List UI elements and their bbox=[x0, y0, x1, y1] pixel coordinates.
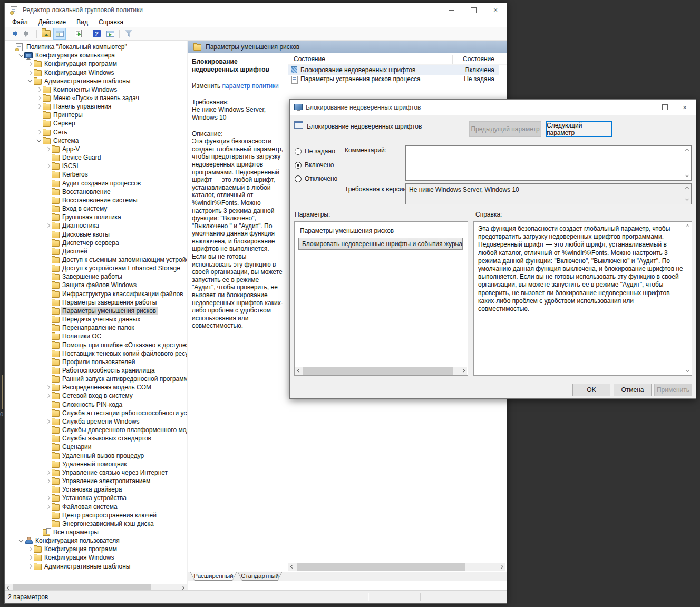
tree-item[interactable]: Инфраструктура классификации файлов bbox=[5, 290, 187, 298]
radio-Не задано[interactable]: Не задано bbox=[295, 148, 335, 155]
toolbar-button-help-icon[interactable]: ? bbox=[90, 28, 103, 40]
tree-item[interactable]: Помощь при ошибке «Отказано в доступе» bbox=[5, 340, 187, 349]
maximize-icon[interactable] bbox=[462, 3, 484, 17]
chevron-collapsed-icon[interactable] bbox=[45, 393, 51, 399]
tree-item[interactable]: Восстановление bbox=[5, 188, 187, 196]
tree-item[interactable]: Установка драйвера bbox=[5, 485, 187, 494]
radio-Отключено[interactable]: Отключено bbox=[295, 175, 337, 182]
tree-item[interactable]: Принтеры bbox=[5, 111, 187, 119]
chevron-collapsed-icon[interactable] bbox=[36, 129, 42, 135]
tree-item[interactable]: Доступ к съемным запоминающим устройства… bbox=[5, 256, 187, 264]
scroll-right-icon[interactable] bbox=[498, 563, 505, 571]
menu-item-Действие[interactable]: Действие bbox=[33, 18, 72, 26]
chevron-collapsed-icon[interactable] bbox=[36, 104, 42, 110]
tree-item[interactable]: Файловая система bbox=[5, 502, 187, 511]
tree-item[interactable]: Сетевой вход в систему bbox=[5, 391, 187, 400]
cancel-button[interactable]: Отмена bbox=[614, 384, 652, 396]
ok-button[interactable]: OK bbox=[572, 384, 610, 396]
radio-unchecked-icon[interactable] bbox=[295, 148, 302, 155]
tree-item[interactable]: Защита файлов Windows bbox=[5, 281, 187, 289]
chevron-collapsed-icon[interactable] bbox=[45, 418, 51, 424]
tree-item[interactable]: Службы доверенного платформенного модуля bbox=[5, 426, 187, 434]
tree-item[interactable]: Передача учетных данных bbox=[5, 315, 187, 324]
chevron-collapsed-icon[interactable] bbox=[45, 504, 51, 510]
radio-checked-icon[interactable] bbox=[295, 162, 302, 169]
tree-item[interactable]: Все параметры bbox=[5, 528, 187, 536]
tree-item[interactable]: Панель управления bbox=[5, 102, 187, 111]
tree-item[interactable]: Конфигурация пользователя bbox=[5, 536, 187, 545]
tree-item[interactable]: Конфигурация программ bbox=[5, 60, 187, 68]
tree-item[interactable]: Распределенная модель COM bbox=[5, 383, 187, 391]
tree-item[interactable]: Конфигурация Windows bbox=[5, 553, 187, 562]
toolbar-button-export-list-icon[interactable] bbox=[72, 28, 84, 40]
minimize-icon[interactable] bbox=[440, 3, 462, 17]
tree-item[interactable]: Сложность PIN-кода bbox=[5, 400, 187, 409]
chevron-collapsed-icon[interactable] bbox=[27, 546, 33, 552]
tree-item[interactable]: Поставщик теневых копий файлового ресурс… bbox=[5, 349, 187, 358]
tree-item[interactable]: Удаленный помощник bbox=[5, 460, 187, 468]
options-scroll-thumb[interactable] bbox=[303, 367, 453, 375]
column-setting[interactable]: Состояние bbox=[294, 55, 325, 63]
tree-item[interactable]: Device Guard bbox=[5, 153, 187, 162]
tree-item[interactable]: Удаленный вызов процедур bbox=[5, 452, 187, 460]
radio-Включено[interactable]: Включено bbox=[295, 161, 334, 169]
tree-item[interactable]: Управление электропитанием bbox=[5, 477, 187, 485]
tree-item[interactable]: Конфигурация Windows bbox=[5, 68, 187, 76]
tree-item[interactable]: Служба аттестации работоспособности устр… bbox=[5, 409, 187, 417]
tree-item[interactable]: Аудит создания процессов bbox=[5, 179, 187, 188]
chevron-collapsed-icon[interactable] bbox=[45, 469, 51, 475]
list-horizontal-scrollbar[interactable] bbox=[288, 563, 505, 571]
scroll-left-icon[interactable] bbox=[295, 367, 303, 375]
tree-item[interactable]: Меню «Пуск» и панель задач bbox=[5, 94, 187, 102]
scroll-up-icon[interactable] bbox=[685, 223, 691, 229]
tree-item[interactable]: Диспетчер сервера bbox=[5, 239, 187, 247]
tree-item[interactable]: Параметры завершения работы bbox=[5, 298, 187, 307]
chevron-expanded-icon[interactable] bbox=[27, 78, 33, 84]
chevron-expanded-icon[interactable] bbox=[18, 538, 24, 544]
toolbar-button-back-arrow-icon[interactable] bbox=[7, 28, 20, 40]
chevron-collapsed-icon[interactable] bbox=[45, 385, 51, 390]
tree-item[interactable]: Административные шаблоны bbox=[5, 77, 187, 85]
tree-item[interactable]: Политики ОС bbox=[5, 332, 187, 340]
column-state[interactable]: Состояние bbox=[456, 55, 494, 63]
tree-item[interactable]: Конфигурация программ bbox=[5, 545, 187, 553]
chevron-expanded-icon[interactable] bbox=[18, 53, 24, 58]
dialog-maximize-icon[interactable] bbox=[655, 100, 675, 115]
dialog-close-icon[interactable]: × bbox=[675, 100, 695, 115]
tab-extended[interactable]: Расширенный bbox=[190, 572, 237, 581]
comment-textarea[interactable] bbox=[405, 145, 692, 181]
tree-item[interactable]: Дисковые квоты bbox=[5, 230, 187, 238]
apply-button[interactable]: Применить bbox=[654, 384, 692, 396]
tree-item[interactable]: Дисплей bbox=[5, 247, 187, 256]
toolbar-button-up-one-level-icon[interactable] bbox=[40, 28, 52, 40]
tree-item[interactable]: Восстановление системы bbox=[5, 196, 187, 204]
tree-item[interactable]: Профили пользователей bbox=[5, 358, 187, 366]
tree-item[interactable]: Конфигурация компьютера bbox=[5, 51, 187, 60]
toolbar-button-filter-icon[interactable] bbox=[122, 28, 135, 40]
chevron-expanded-icon[interactable] bbox=[36, 138, 42, 143]
tree-item[interactable]: Ранний запуск антивредоносной программы bbox=[5, 375, 187, 383]
scroll-right-icon[interactable] bbox=[459, 367, 467, 375]
settings-row[interactable]: Параметры устранения рисков процессаНе з… bbox=[288, 75, 499, 84]
tree-item[interactable]: Доступ к устройствам Enhanced Storage bbox=[5, 264, 187, 272]
next-setting-button[interactable]: Следующий параметр bbox=[546, 121, 612, 137]
chevron-collapsed-icon[interactable] bbox=[45, 223, 51, 229]
tree-item[interactable]: Компоненты Windows bbox=[5, 85, 187, 94]
tree-item[interactable]: Сценарии bbox=[5, 443, 187, 451]
toolbar-button-extended-pane-icon[interactable] bbox=[104, 28, 116, 40]
tree-item[interactable]: Завершение работы bbox=[5, 272, 187, 281]
menu-item-Справка[interactable]: Справка bbox=[93, 18, 129, 26]
tree-item[interactable]: Сеть bbox=[5, 128, 187, 136]
tree-item[interactable]: Система bbox=[5, 136, 187, 145]
menu-item-Вид[interactable]: Вид bbox=[71, 18, 93, 26]
chevron-collapsed-icon[interactable] bbox=[27, 563, 33, 569]
list-scroll-thumb[interactable] bbox=[297, 563, 465, 571]
toolbar-button-show-console-tree-icon[interactable] bbox=[53, 28, 66, 40]
previous-setting-button[interactable]: Предыдущий параметр bbox=[469, 121, 541, 137]
tree-item[interactable]: iSCSI bbox=[5, 162, 187, 170]
chevron-collapsed-icon[interactable] bbox=[45, 163, 51, 169]
chevron-collapsed-icon[interactable] bbox=[36, 86, 42, 92]
tree-item[interactable]: Центр распространения ключей bbox=[5, 511, 187, 520]
tree-item[interactable]: Kerberos bbox=[5, 170, 187, 179]
tree-item[interactable]: Управление связью через Интернет bbox=[5, 468, 187, 477]
